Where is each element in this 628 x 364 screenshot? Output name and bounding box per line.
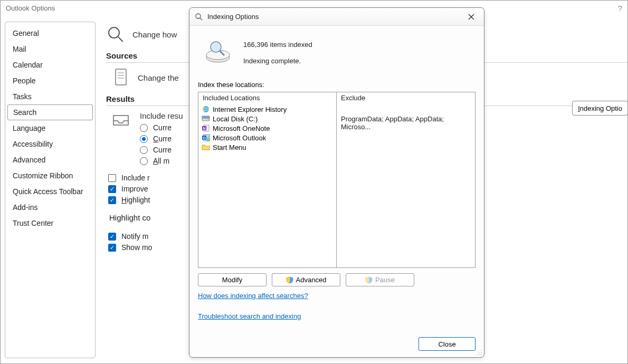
checkbox-label: Show mo <box>121 243 152 252</box>
shield-icon <box>365 276 373 284</box>
sidebar-item-customize-ribbon[interactable]: Customize Ribbon <box>5 168 95 184</box>
sidebar-item-advanced[interactable]: Advanced <box>5 152 95 168</box>
sidebar-item-calendar[interactable]: Calendar <box>5 57 95 73</box>
exclude-value: ProgramData; AppData; AppData; Microso..… <box>337 114 475 132</box>
exclude-header: Exclude <box>337 92 475 103</box>
onenote-icon: N <box>202 124 210 132</box>
help-button[interactable]: ? <box>618 1 622 16</box>
advanced-button[interactable]: Advanced <box>272 273 340 286</box>
svg-line-1 <box>118 37 123 42</box>
location-label: Internet Explorer History <box>213 106 287 113</box>
svg-text:N: N <box>203 127 205 130</box>
radio-label: Curre <box>153 123 172 132</box>
folder-icon <box>202 143 210 151</box>
radio-icon <box>140 135 148 143</box>
search-icon <box>106 25 125 44</box>
outlook-icon: O <box>202 133 210 142</box>
sidebar-item-tasks[interactable]: Tasks <box>5 89 95 104</box>
svg-point-0 <box>109 27 119 38</box>
checkbox-icon: ✓ <box>108 233 116 241</box>
svg-rect-2 <box>116 69 126 85</box>
sidebar-item-search[interactable]: Search <box>7 104 93 120</box>
outlook-options-window: Outlook Options ? GeneralMailCalendarPeo… <box>0 0 628 364</box>
indexing-options-dialog: Indexing Options 166,396 items indexed I… <box>189 7 484 358</box>
svg-point-6 <box>196 14 201 18</box>
radio-label: All m <box>153 157 169 165</box>
dialog-title-bar: Indexing Options <box>189 8 484 26</box>
shield-icon <box>286 276 293 284</box>
pause-button: Pause <box>346 273 414 286</box>
location-label: Start Menu <box>213 143 246 151</box>
svg-point-27 <box>479 352 480 353</box>
location-item[interactable]: OMicrosoft Outlook <box>198 133 336 142</box>
location-label: Local Disk (C:) <box>213 115 258 123</box>
sidebar-item-quick-access-toolbar[interactable]: Quick Access Toolbar <box>5 184 95 199</box>
close-button[interactable]: Close <box>418 337 475 351</box>
sidebar-item-trust-center[interactable]: Trust Center <box>5 215 95 231</box>
sidebar-item-people[interactable]: People <box>5 73 95 89</box>
svg-text:O: O <box>203 136 206 140</box>
indexing-drive-icon <box>203 37 233 67</box>
indexing-options-button[interactable]: Indexing Optio <box>572 101 628 116</box>
sidebar: GeneralMailCalendarPeopleTasksSearchLang… <box>5 22 96 358</box>
disk-icon <box>202 114 210 123</box>
radio-icon <box>140 146 148 154</box>
svg-line-7 <box>200 18 202 20</box>
svg-rect-17 <box>202 116 210 118</box>
included-header: Included Locations <box>198 92 336 103</box>
ie-icon <box>202 105 210 113</box>
radio-label: Curre <box>153 135 172 143</box>
checkbox-label: Notify m <box>121 232 148 241</box>
help-link-troubleshoot[interactable]: Troubleshoot search and indexing <box>198 312 475 320</box>
svg-point-26 <box>481 350 482 351</box>
index-these-label: Index these locations: <box>198 81 475 89</box>
sidebar-item-general[interactable]: General <box>5 25 95 41</box>
svg-point-28 <box>481 352 482 353</box>
radio-label: Curre <box>153 146 172 154</box>
location-item[interactable]: Start Menu <box>198 142 336 152</box>
sidebar-item-add-ins[interactable]: Add-ins <box>5 199 95 215</box>
checkbox-icon: ✓ <box>108 244 116 252</box>
inbox-icon <box>111 111 130 130</box>
locations-list[interactable]: Included Locations Internet Explorer His… <box>198 92 475 268</box>
dialog-title: Indexing Options <box>207 13 464 21</box>
checkbox-icon <box>108 174 116 182</box>
svg-point-31 <box>481 354 482 355</box>
location-item[interactable]: Local Disk (C:) <box>198 114 336 123</box>
checkbox-label: Include r <box>121 174 150 182</box>
indexing-status-label: Indexing complete. <box>243 53 312 69</box>
checkbox-label: Highlight <box>121 196 150 204</box>
dialog-close-button[interactable] <box>464 9 479 24</box>
location-item[interactable]: Internet Explorer History <box>198 104 336 114</box>
sidebar-item-mail[interactable]: Mail <box>5 41 95 57</box>
resize-grip-icon[interactable] <box>476 349 482 356</box>
svg-point-18 <box>208 119 209 120</box>
sidebar-item-language[interactable]: Language <box>5 120 95 136</box>
sidebar-item-accessibility[interactable]: Accessibility <box>5 136 95 152</box>
window-title: Outlook Options <box>6 1 55 16</box>
radio-icon <box>140 124 148 132</box>
document-icon <box>111 68 130 87</box>
modify-button[interactable]: Modify <box>198 273 267 286</box>
checkbox-icon: ✓ <box>108 196 116 204</box>
help-link-searches[interactable]: How does indexing affect searches? <box>198 292 475 300</box>
items-indexed-label: 166,396 items indexed <box>243 36 312 53</box>
location-label: Microsoft Outlook <box>213 134 266 142</box>
svg-point-30 <box>479 354 480 355</box>
search-small-icon <box>195 13 203 21</box>
checkbox-icon: ✓ <box>108 185 116 193</box>
svg-point-29 <box>477 354 478 355</box>
change-how-label: Change how <box>132 30 177 39</box>
location-label: Microsoft OneNote <box>213 124 270 132</box>
checkbox-label: Improve <box>121 185 148 193</box>
change-the-label: Change the <box>138 73 179 82</box>
radio-icon <box>140 157 148 165</box>
location-item[interactable]: NMicrosoft OneNote <box>198 123 336 133</box>
